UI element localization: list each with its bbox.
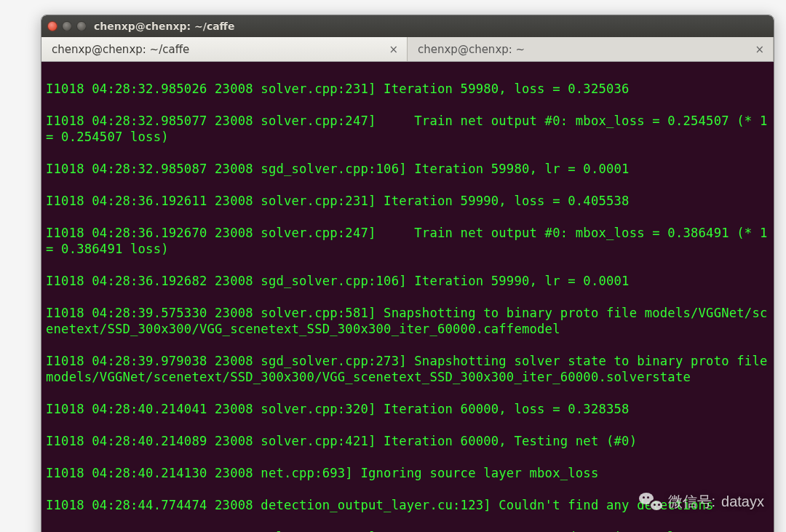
log-line: I1018 04:28:32.985087 23008 sgd_solver.c… [46, 161, 769, 177]
log-line: I1018 04:28:32.985026 23008 solver.cpp:2… [46, 81, 769, 97]
tab-close-icon[interactable]: × [753, 43, 766, 56]
window-titlebar[interactable]: chenxp@chenxp: ~/caffe [41, 15, 774, 37]
watermark-prefix: 微信号: [668, 492, 716, 512]
tab-caffe[interactable]: chenxp@chenxp: ~/caffe × [41, 37, 408, 61]
tab-label: chenxp@chenxp: ~ [418, 43, 525, 56]
tab-bar: chenxp@chenxp: ~/caffe × chenxp@chenxp: … [41, 37, 774, 62]
log-line: I1018 04:28:36.192682 23008 sgd_solver.c… [46, 273, 769, 289]
log-line: I1018 04:28:39.575330 23008 solver.cpp:5… [46, 305, 769, 337]
terminal-window: chenxp@chenxp: ~/caffe chenxp@chenxp: ~/… [41, 15, 774, 532]
watermark-account: datayx [721, 493, 764, 510]
window-title: chenxp@chenxp: ~/caffe [94, 20, 234, 32]
log-line: I1018 04:28:36.192670 23008 solver.cpp:2… [46, 225, 769, 257]
window-minimize-button[interactable] [62, 21, 72, 31]
log-line: I1018 04:28:32.985077 23008 solver.cpp:2… [46, 113, 769, 145]
tab-label: chenxp@chenxp: ~/caffe [52, 43, 189, 56]
log-line: I1018 04:28:45.866295 23008 solver.cpp:5… [46, 529, 769, 532]
log-line: I1018 04:28:40.214130 23008 net.cpp:693]… [46, 465, 769, 481]
tab-home[interactable]: chenxp@chenxp: ~ × [408, 37, 774, 61]
watermark: 微信号: datayx [639, 492, 765, 512]
tab-close-icon[interactable]: × [387, 43, 400, 56]
log-line: I1018 04:28:40.214089 23008 solver.cpp:4… [46, 433, 769, 449]
log-line: I1018 04:28:36.192611 23008 solver.cpp:2… [46, 193, 769, 209]
window-controls [47, 21, 87, 31]
terminal-output[interactable]: I1018 04:28:32.985026 23008 solver.cpp:2… [41, 62, 774, 532]
log-line: I1018 04:28:39.979038 23008 sgd_solver.c… [46, 353, 769, 385]
log-line: I1018 04:28:40.214041 23008 solver.cpp:3… [46, 401, 769, 417]
window-close-button[interactable] [47, 21, 57, 31]
wechat-icon [639, 493, 662, 512]
window-maximize-button[interactable] [76, 21, 87, 31]
